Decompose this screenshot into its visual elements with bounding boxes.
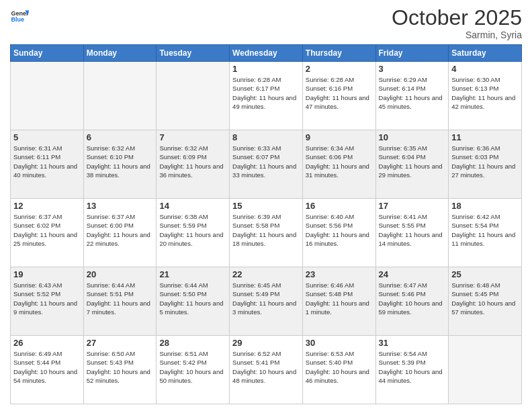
day-number: 14	[159, 201, 226, 211]
day-number: 31	[379, 338, 446, 348]
calendar-cell: 28Sunrise: 6:51 AMSunset: 5:42 PMDayligh…	[157, 336, 230, 404]
day-info: Sunrise: 6:49 AMSunset: 5:44 PMDaylight:…	[13, 349, 81, 385]
day-info: Sunrise: 6:50 AMSunset: 5:43 PMDaylight:…	[87, 349, 154, 385]
day-number: 28	[159, 338, 226, 348]
day-number: 16	[306, 201, 373, 211]
calendar-cell: 5Sunrise: 6:31 AMSunset: 6:11 PMDaylight…	[11, 130, 84, 199]
day-number: 25	[451, 269, 519, 279]
day-number: 30	[306, 338, 373, 348]
weekday-header: Wednesday	[230, 45, 303, 62]
day-info: Sunrise: 6:42 AMSunset: 5:54 PMDaylight:…	[451, 212, 519, 248]
day-info: Sunrise: 6:33 AMSunset: 6:07 PMDaylight:…	[232, 144, 300, 179]
calendar-cell: 23Sunrise: 6:46 AMSunset: 5:48 PMDayligh…	[302, 267, 375, 336]
day-number: 9	[306, 132, 373, 142]
day-number: 24	[379, 269, 446, 279]
calendar-cell: 27Sunrise: 6:50 AMSunset: 5:43 PMDayligh…	[83, 336, 157, 404]
day-number: 10	[379, 132, 446, 142]
day-number: 20	[87, 269, 154, 279]
day-number: 27	[87, 338, 154, 348]
day-number: 1	[232, 64, 300, 74]
day-info: Sunrise: 6:46 AMSunset: 5:48 PMDaylight:…	[306, 281, 373, 316]
day-number: 26	[13, 338, 81, 348]
weekday-header-row: SundayMondayTuesdayWednesdayThursdayFrid…	[11, 45, 522, 62]
day-info: Sunrise: 6:28 AMSunset: 6:16 PMDaylight:…	[306, 75, 373, 111]
day-info: Sunrise: 6:43 AMSunset: 5:52 PMDaylight:…	[13, 281, 81, 316]
calendar-cell: 7Sunrise: 6:32 AMSunset: 6:09 PMDaylight…	[157, 130, 230, 199]
calendar-cell: 22Sunrise: 6:45 AMSunset: 5:49 PMDayligh…	[230, 267, 303, 336]
day-info: Sunrise: 6:32 AMSunset: 6:09 PMDaylight:…	[159, 144, 226, 179]
weekday-header: Monday	[83, 45, 157, 62]
calendar-week-row: 19Sunrise: 6:43 AMSunset: 5:52 PMDayligh…	[11, 267, 522, 336]
day-info: Sunrise: 6:37 AMSunset: 6:02 PMDaylight:…	[13, 212, 81, 248]
calendar-week-row: 1Sunrise: 6:28 AMSunset: 6:17 PMDaylight…	[11, 62, 522, 130]
calendar-page: General Blue October 2025 Sarmin, Syria …	[0, 0, 532, 411]
day-number: 17	[379, 201, 446, 211]
day-info: Sunrise: 6:44 AMSunset: 5:51 PMDaylight:…	[87, 281, 154, 316]
day-info: Sunrise: 6:47 AMSunset: 5:46 PMDaylight:…	[379, 281, 446, 316]
calendar-cell: 17Sunrise: 6:41 AMSunset: 5:55 PMDayligh…	[375, 199, 449, 267]
day-number: 19	[13, 269, 81, 279]
day-number: 23	[306, 269, 373, 279]
day-info: Sunrise: 6:37 AMSunset: 6:00 PMDaylight:…	[87, 212, 154, 248]
calendar-cell: 21Sunrise: 6:44 AMSunset: 5:50 PMDayligh…	[157, 267, 230, 336]
weekday-header: Friday	[375, 45, 449, 62]
day-info: Sunrise: 6:31 AMSunset: 6:11 PMDaylight:…	[13, 144, 81, 179]
calendar-cell: 14Sunrise: 6:38 AMSunset: 5:59 PMDayligh…	[157, 199, 230, 267]
weekday-header: Thursday	[302, 45, 375, 62]
calendar-cell	[157, 62, 230, 130]
day-number: 11	[451, 132, 519, 142]
day-info: Sunrise: 6:30 AMSunset: 6:13 PMDaylight:…	[451, 75, 519, 111]
calendar-week-row: 12Sunrise: 6:37 AMSunset: 6:02 PMDayligh…	[11, 199, 522, 267]
day-number: 3	[379, 64, 446, 74]
calendar-cell: 20Sunrise: 6:44 AMSunset: 5:51 PMDayligh…	[83, 267, 157, 336]
calendar-cell: 11Sunrise: 6:36 AMSunset: 6:03 PMDayligh…	[449, 130, 522, 199]
title-block: October 2025 Sarmin, Syria	[392, 7, 522, 40]
calendar-cell: 6Sunrise: 6:32 AMSunset: 6:10 PMDaylight…	[83, 130, 157, 199]
calendar-cell: 18Sunrise: 6:42 AMSunset: 5:54 PMDayligh…	[449, 199, 522, 267]
calendar-cell: 24Sunrise: 6:47 AMSunset: 5:46 PMDayligh…	[375, 267, 449, 336]
day-info: Sunrise: 6:51 AMSunset: 5:42 PMDaylight:…	[159, 349, 226, 385]
day-info: Sunrise: 6:38 AMSunset: 5:59 PMDaylight:…	[159, 212, 226, 248]
day-info: Sunrise: 6:34 AMSunset: 6:06 PMDaylight:…	[306, 144, 373, 179]
calendar-cell: 2Sunrise: 6:28 AMSunset: 6:16 PMDaylight…	[302, 62, 375, 130]
calendar-cell	[449, 336, 522, 404]
day-number: 8	[232, 132, 300, 142]
calendar-cell: 10Sunrise: 6:35 AMSunset: 6:04 PMDayligh…	[375, 130, 449, 199]
calendar-cell: 16Sunrise: 6:40 AMSunset: 5:56 PMDayligh…	[302, 199, 375, 267]
day-info: Sunrise: 6:28 AMSunset: 6:17 PMDaylight:…	[232, 75, 300, 111]
day-info: Sunrise: 6:41 AMSunset: 5:55 PMDaylight:…	[379, 212, 446, 248]
day-info: Sunrise: 6:39 AMSunset: 5:58 PMDaylight:…	[232, 212, 300, 248]
weekday-header: Tuesday	[157, 45, 230, 62]
calendar-cell: 13Sunrise: 6:37 AMSunset: 6:00 PMDayligh…	[83, 199, 157, 267]
day-info: Sunrise: 6:40 AMSunset: 5:56 PMDaylight:…	[306, 212, 373, 248]
weekday-header: Saturday	[449, 45, 522, 62]
calendar-cell: 31Sunrise: 6:54 AMSunset: 5:39 PMDayligh…	[375, 336, 449, 404]
calendar-cell: 4Sunrise: 6:30 AMSunset: 6:13 PMDaylight…	[449, 62, 522, 130]
calendar-table: SundayMondayTuesdayWednesdayThursdayFrid…	[10, 44, 522, 404]
calendar-cell: 3Sunrise: 6:29 AMSunset: 6:14 PMDaylight…	[375, 62, 449, 130]
calendar-cell: 25Sunrise: 6:48 AMSunset: 5:45 PMDayligh…	[449, 267, 522, 336]
weekday-header: Sunday	[11, 45, 84, 62]
day-number: 5	[13, 132, 81, 142]
svg-text:Blue: Blue	[11, 16, 24, 23]
day-number: 15	[232, 201, 300, 211]
day-info: Sunrise: 6:45 AMSunset: 5:49 PMDaylight:…	[232, 281, 300, 316]
day-info: Sunrise: 6:35 AMSunset: 6:04 PMDaylight:…	[379, 144, 446, 179]
logo: General Blue	[10, 7, 29, 26]
calendar-cell: 26Sunrise: 6:49 AMSunset: 5:44 PMDayligh…	[11, 336, 84, 404]
calendar-cell: 9Sunrise: 6:34 AMSunset: 6:06 PMDaylight…	[302, 130, 375, 199]
location-subtitle: Sarmin, Syria	[392, 30, 522, 40]
day-info: Sunrise: 6:54 AMSunset: 5:39 PMDaylight:…	[379, 349, 446, 385]
calendar-week-row: 26Sunrise: 6:49 AMSunset: 5:44 PMDayligh…	[11, 336, 522, 404]
day-number: 2	[306, 64, 373, 74]
calendar-cell: 30Sunrise: 6:53 AMSunset: 5:40 PMDayligh…	[302, 336, 375, 404]
calendar-week-row: 5Sunrise: 6:31 AMSunset: 6:11 PMDaylight…	[11, 130, 522, 199]
calendar-cell: 12Sunrise: 6:37 AMSunset: 6:02 PMDayligh…	[11, 199, 84, 267]
calendar-cell	[83, 62, 157, 130]
calendar-cell: 15Sunrise: 6:39 AMSunset: 5:58 PMDayligh…	[230, 199, 303, 267]
day-info: Sunrise: 6:32 AMSunset: 6:10 PMDaylight:…	[87, 144, 154, 179]
day-number: 21	[159, 269, 226, 279]
calendar-cell: 8Sunrise: 6:33 AMSunset: 6:07 PMDaylight…	[230, 130, 303, 199]
day-number: 7	[159, 132, 226, 142]
day-number: 12	[13, 201, 81, 211]
